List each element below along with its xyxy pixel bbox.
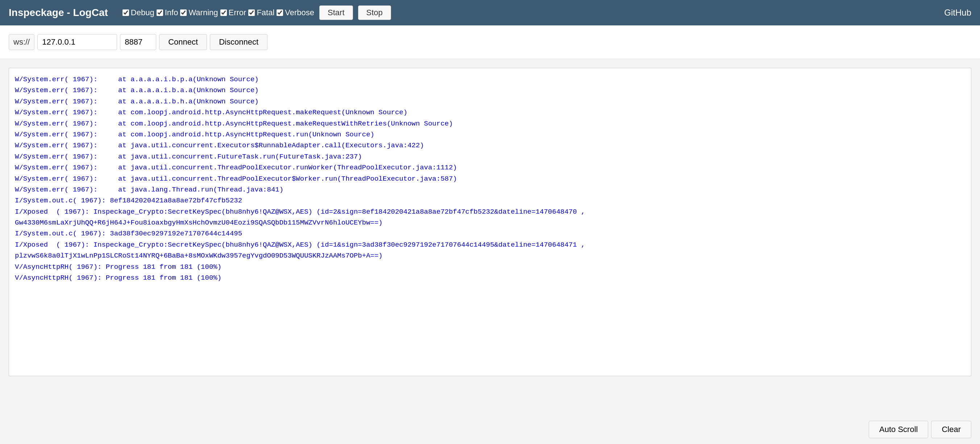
- filter-label-error: Error: [229, 8, 247, 18]
- filter-checkbox-error[interactable]: [220, 10, 227, 16]
- stop-button[interactable]: Stop: [358, 5, 391, 20]
- filter-checkbox-fatal[interactable]: [248, 10, 255, 16]
- filter-group: DebugInfoWarningErrorFatalVerboseStartSt…: [123, 5, 944, 20]
- log-line: I/System.out.c( 1967): 8ef1842020421a8a8…: [15, 195, 965, 206]
- log-line: W/System.err( 1967): at java.util.concur…: [15, 140, 965, 151]
- log-line: V/AsyncHttpRH( 1967): Progress 181 from …: [15, 262, 965, 272]
- github-link[interactable]: GitHub: [944, 8, 971, 18]
- log-line: I/Xposed ( 1967): Inspeckage_Crypto:Secr…: [15, 240, 965, 262]
- filter-error[interactable]: Error: [220, 8, 247, 18]
- log-line: W/System.err( 1967): at com.loopj.androi…: [15, 107, 965, 118]
- log-line: W/System.err( 1967): at a.a.a.a.i.b.h.a(…: [15, 96, 965, 107]
- connection-bar: ws:// Connect Disconnect: [0, 26, 980, 59]
- bottom-toolbar: Auto Scroll Clear: [860, 415, 980, 444]
- filter-checkbox-info[interactable]: [157, 10, 163, 16]
- filter-verbose[interactable]: Verbose: [277, 8, 314, 18]
- log-line: W/System.err( 1967): at com.loopj.androi…: [15, 129, 965, 140]
- log-line: W/System.err( 1967): at java.util.concur…: [15, 162, 965, 173]
- filter-info[interactable]: Info: [157, 8, 178, 18]
- filter-checkbox-debug[interactable]: [123, 10, 129, 16]
- log-line: W/System.err( 1967): at java.util.concur…: [15, 151, 965, 162]
- log-output: W/System.err( 1967): at a.a.a.a.i.b.p.a(…: [9, 68, 971, 376]
- log-line: W/System.err( 1967): at a.a.a.a.i.b.a.a(…: [15, 85, 965, 96]
- log-line: I/Xposed ( 1967): Inspeckage_Crypto:Secr…: [15, 206, 965, 228]
- disconnect-button[interactable]: Disconnect: [210, 34, 267, 50]
- auto-scroll-button[interactable]: Auto Scroll: [869, 421, 928, 438]
- filter-label-fatal: Fatal: [256, 8, 274, 18]
- log-line: V/AsyncHttpRH( 1967): Progress 181 from …: [15, 272, 965, 283]
- log-line: W/System.err( 1967): at java.util.concur…: [15, 173, 965, 184]
- filter-label-info: Info: [165, 8, 178, 18]
- filter-label-warning: Warning: [188, 8, 218, 18]
- app-title: Inspeckage - LogCat: [9, 7, 108, 19]
- navbar: Inspeckage - LogCat DebugInfoWarningErro…: [0, 0, 980, 26]
- filter-warning[interactable]: Warning: [180, 8, 218, 18]
- log-line: W/System.err( 1967): at java.lang.Thread…: [15, 184, 965, 195]
- log-line: W/System.err( 1967): at com.loopj.androi…: [15, 118, 965, 129]
- log-line: W/System.err( 1967): at a.a.a.a.i.b.p.a(…: [15, 74, 965, 85]
- filter-debug[interactable]: Debug: [123, 8, 154, 18]
- start-button[interactable]: Start: [319, 5, 353, 20]
- port-input[interactable]: [120, 34, 156, 50]
- ip-input[interactable]: [37, 34, 117, 50]
- filter-label-verbose: Verbose: [285, 8, 314, 18]
- ws-label: ws://: [9, 34, 35, 50]
- log-line: I/System.out.c( 1967): 3ad38f30ec9297192…: [15, 228, 965, 239]
- filter-fatal[interactable]: Fatal: [248, 8, 274, 18]
- filter-checkbox-warning[interactable]: [180, 10, 187, 16]
- filter-checkbox-verbose[interactable]: [277, 10, 283, 16]
- filter-label-debug: Debug: [131, 8, 154, 18]
- clear-button[interactable]: Clear: [931, 421, 971, 438]
- connect-button[interactable]: Connect: [159, 34, 207, 50]
